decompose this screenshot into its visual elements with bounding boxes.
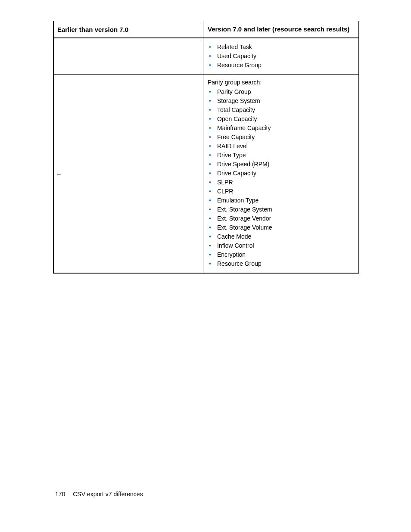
bullet-list: Parity Group Storage System Total Capaci…	[208, 87, 355, 268]
list-item: Ext. Storage System	[208, 205, 355, 214]
list-item: Drive Speed (RPM)	[208, 160, 355, 169]
list-item: Open Capacity	[208, 115, 355, 124]
intro-text: Parity group search:	[208, 79, 355, 86]
page-footer: 170 CSV export v7 differences	[55, 491, 143, 498]
list-item: Encryption	[208, 250, 355, 259]
bullet-list: Related Task Used Capacity Resource Grou…	[208, 43, 355, 70]
list-item: Emulation Type	[208, 196, 355, 205]
list-item: Related Task	[208, 43, 355, 52]
header-right-text: Version 7.0 and later (resource search r…	[208, 25, 349, 33]
page-number: 170	[55, 491, 65, 498]
footer-title: CSV export v7 differences	[73, 491, 143, 498]
header-left-text: Earlier than version 7.0	[57, 26, 128, 33]
list-item: RAID Level	[208, 142, 355, 151]
cell-right: Related Task Used Capacity Resource Grou…	[203, 38, 358, 74]
list-item: Parity Group	[208, 87, 355, 96]
list-item: Drive Type	[208, 151, 355, 160]
list-item: Drive Capacity	[208, 169, 355, 178]
header-cell-left: Earlier than version 7.0	[54, 21, 203, 37]
table-row: Related Task Used Capacity Resource Grou…	[54, 38, 358, 75]
list-item: Cache Mode	[208, 232, 355, 241]
list-item: Used Capacity	[208, 52, 355, 61]
cell-left	[54, 38, 203, 74]
list-item: SLPR	[208, 178, 355, 187]
header-cell-right: Version 7.0 and later (resource search r…	[203, 21, 358, 37]
list-item: Inflow Control	[208, 241, 355, 250]
list-item: Ext. Storage Vendor	[208, 214, 355, 223]
list-item: CLPR	[208, 187, 355, 196]
comparison-table: Earlier than version 7.0 Version 7.0 and…	[53, 21, 359, 274]
cell-left-text: –	[57, 170, 61, 177]
table-header-row: Earlier than version 7.0 Version 7.0 and…	[54, 21, 358, 38]
table-row: – Parity group search: Parity Group Stor…	[54, 75, 358, 273]
list-item: Free Capacity	[208, 133, 355, 142]
list-item: Mainframe Capacity	[208, 124, 355, 133]
list-item: Resource Group	[208, 259, 355, 268]
list-item: Total Capacity	[208, 106, 355, 115]
list-item: Resource Group	[208, 61, 355, 70]
cell-left: –	[54, 75, 203, 273]
list-item: Ext. Storage Volume	[208, 223, 355, 232]
cell-right: Parity group search: Parity Group Storag…	[203, 75, 358, 273]
list-item: Storage System	[208, 96, 355, 106]
